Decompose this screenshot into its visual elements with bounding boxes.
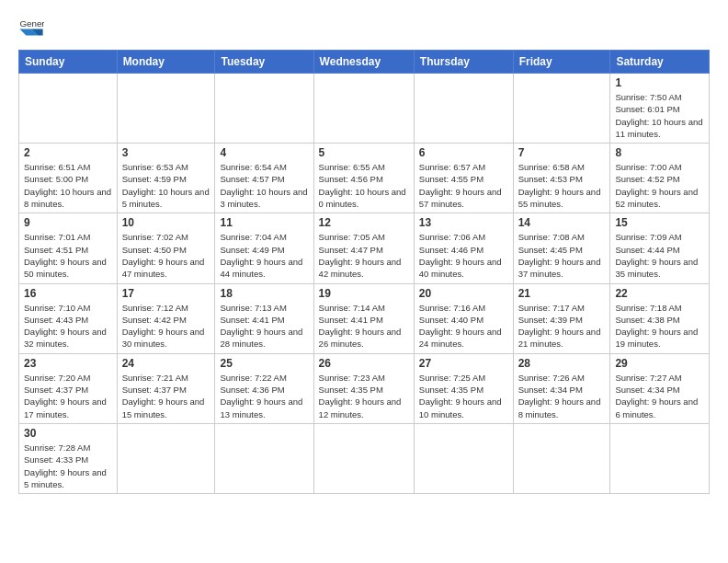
day-info: Sunrise: 6:57 AMSunset: 4:55 PMDaylight:…: [419, 161, 508, 210]
calendar-day-cell: [215, 423, 313, 493]
day-info: Sunrise: 7:21 AMSunset: 4:37 PMDaylight:…: [122, 372, 210, 420]
calendar-day-cell: 26Sunrise: 7:23 AMSunset: 4:35 PMDayligh…: [313, 353, 414, 423]
day-number: 29: [615, 357, 704, 370]
day-number: 3: [122, 146, 210, 159]
calendar-day-cell: 10Sunrise: 7:02 AMSunset: 4:50 PMDayligh…: [117, 213, 215, 283]
day-number: 23: [24, 357, 112, 370]
day-number: 21: [518, 287, 606, 300]
day-info: Sunrise: 7:28 AMSunset: 4:33 PMDaylight:…: [24, 442, 112, 490]
day-info: Sunrise: 7:18 AMSunset: 4:38 PMDaylight:…: [615, 302, 704, 350]
calendar-day-cell: 7Sunrise: 6:58 AMSunset: 4:53 PMDaylight…: [513, 144, 610, 213]
day-info: Sunrise: 7:05 AMSunset: 4:47 PMDaylight:…: [319, 231, 409, 280]
page: General SundayMondayTuesdayWednesdayThur…: [0, 0, 728, 563]
weekday-header: Wednesday: [313, 51, 414, 74]
calendar-day-cell: 5Sunrise: 6:55 AMSunset: 4:56 PMDaylight…: [313, 144, 414, 213]
calendar-day-cell: 16Sunrise: 7:10 AMSunset: 4:43 PMDayligh…: [19, 283, 118, 353]
day-info: Sunrise: 7:13 AMSunset: 4:41 PMDaylight:…: [220, 302, 308, 350]
svg-text:General: General: [19, 18, 44, 29]
day-info: Sunrise: 7:20 AMSunset: 4:37 PMDaylight:…: [24, 372, 112, 420]
weekday-header: Saturday: [610, 51, 710, 74]
logo: General: [18, 15, 48, 40]
day-info: Sunrise: 6:53 AMSunset: 4:59 PMDaylight:…: [122, 161, 210, 210]
day-number: 25: [220, 357, 308, 370]
calendar-day-cell: 12Sunrise: 7:05 AMSunset: 4:47 PMDayligh…: [313, 213, 414, 283]
calendar-day-cell: 4Sunrise: 6:54 AMSunset: 4:57 PMDaylight…: [215, 144, 313, 213]
weekday-header: Friday: [513, 51, 610, 74]
calendar-day-cell: 8Sunrise: 7:00 AMSunset: 4:52 PMDaylight…: [610, 144, 710, 213]
calendar-day-cell: 13Sunrise: 7:06 AMSunset: 4:46 PMDayligh…: [414, 213, 513, 283]
day-number: 5: [319, 146, 409, 159]
calendar-day-cell: 20Sunrise: 7:16 AMSunset: 4:40 PMDayligh…: [414, 283, 513, 353]
day-number: 30: [24, 427, 112, 440]
day-number: 12: [319, 216, 409, 229]
day-info: Sunrise: 7:09 AMSunset: 4:44 PMDaylight:…: [615, 231, 704, 280]
day-number: 26: [319, 357, 409, 370]
calendar-week-row: 30Sunrise: 7:28 AMSunset: 4:33 PMDayligh…: [19, 423, 710, 493]
day-number: 19: [319, 287, 409, 300]
day-number: 6: [419, 146, 508, 159]
calendar-day-cell: 1Sunrise: 7:50 AMSunset: 6:01 PMDaylight…: [610, 74, 710, 144]
calendar-day-cell: 27Sunrise: 7:25 AMSunset: 4:35 PMDayligh…: [414, 353, 513, 423]
day-info: Sunrise: 7:10 AMSunset: 4:43 PMDaylight:…: [24, 302, 112, 350]
day-number: 22: [615, 287, 704, 300]
calendar-day-cell: 6Sunrise: 6:57 AMSunset: 4:55 PMDaylight…: [414, 144, 513, 213]
calendar-day-cell: 3Sunrise: 6:53 AMSunset: 4:59 PMDaylight…: [117, 144, 215, 213]
calendar-day-cell: 15Sunrise: 7:09 AMSunset: 4:44 PMDayligh…: [610, 213, 710, 283]
calendar-day-cell: 28Sunrise: 7:26 AMSunset: 4:34 PMDayligh…: [513, 353, 610, 423]
calendar-day-cell: 9Sunrise: 7:01 AMSunset: 4:51 PMDaylight…: [19, 213, 118, 283]
day-number: 1: [615, 76, 704, 89]
calendar-day-cell: [117, 423, 215, 493]
calendar-day-cell: [313, 74, 414, 144]
day-info: Sunrise: 7:06 AMSunset: 4:46 PMDaylight:…: [419, 231, 508, 280]
day-info: Sunrise: 7:23 AMSunset: 4:35 PMDaylight:…: [319, 372, 409, 420]
day-number: 18: [220, 287, 308, 300]
day-info: Sunrise: 7:17 AMSunset: 4:39 PMDaylight:…: [518, 302, 606, 350]
calendar-day-cell: 25Sunrise: 7:22 AMSunset: 4:36 PMDayligh…: [215, 353, 313, 423]
calendar-day-cell: [215, 74, 313, 144]
day-number: 2: [24, 146, 112, 159]
day-info: Sunrise: 7:26 AMSunset: 4:34 PMDaylight:…: [518, 372, 606, 420]
day-info: Sunrise: 6:51 AMSunset: 5:00 PMDaylight:…: [24, 161, 112, 210]
calendar-day-cell: 23Sunrise: 7:20 AMSunset: 4:37 PMDayligh…: [19, 353, 118, 423]
calendar-day-cell: 14Sunrise: 7:08 AMSunset: 4:45 PMDayligh…: [513, 213, 610, 283]
day-number: 24: [122, 357, 210, 370]
calendar-table: SundayMondayTuesdayWednesdayThursdayFrid…: [18, 50, 710, 494]
calendar-day-cell: [513, 423, 610, 493]
day-info: Sunrise: 7:22 AMSunset: 4:36 PMDaylight:…: [220, 372, 308, 420]
calendar-day-cell: 21Sunrise: 7:17 AMSunset: 4:39 PMDayligh…: [513, 283, 610, 353]
calendar-day-cell: 22Sunrise: 7:18 AMSunset: 4:38 PMDayligh…: [610, 283, 710, 353]
calendar-day-cell: [19, 74, 118, 144]
calendar-day-cell: 2Sunrise: 6:51 AMSunset: 5:00 PMDaylight…: [19, 144, 118, 213]
day-info: Sunrise: 7:27 AMSunset: 4:34 PMDaylight:…: [615, 372, 704, 420]
calendar-header: SundayMondayTuesdayWednesdayThursdayFrid…: [19, 51, 710, 74]
day-info: Sunrise: 7:16 AMSunset: 4:40 PMDaylight:…: [419, 302, 508, 350]
generalblue-icon: General: [18, 15, 44, 40]
weekday-header: Tuesday: [215, 51, 313, 74]
day-info: Sunrise: 7:01 AMSunset: 4:51 PMDaylight:…: [24, 231, 112, 280]
calendar-day-cell: 11Sunrise: 7:04 AMSunset: 4:49 PMDayligh…: [215, 213, 313, 283]
weekday-header: Sunday: [19, 51, 118, 74]
day-info: Sunrise: 7:50 AMSunset: 6:01 PMDaylight:…: [615, 91, 704, 140]
calendar-day-cell: [610, 423, 710, 493]
calendar-week-row: 16Sunrise: 7:10 AMSunset: 4:43 PMDayligh…: [19, 283, 710, 353]
day-info: Sunrise: 6:55 AMSunset: 4:56 PMDaylight:…: [319, 161, 409, 210]
calendar-day-cell: 30Sunrise: 7:28 AMSunset: 4:33 PMDayligh…: [19, 423, 118, 493]
calendar-day-cell: [313, 423, 414, 493]
day-info: Sunrise: 7:02 AMSunset: 4:50 PMDaylight:…: [122, 231, 210, 280]
calendar-week-row: 9Sunrise: 7:01 AMSunset: 4:51 PMDaylight…: [19, 213, 710, 283]
day-info: Sunrise: 7:12 AMSunset: 4:42 PMDaylight:…: [122, 302, 210, 350]
day-info: Sunrise: 7:00 AMSunset: 4:52 PMDaylight:…: [615, 161, 704, 210]
day-number: 14: [518, 216, 606, 229]
day-number: 13: [419, 216, 508, 229]
day-number: 8: [615, 146, 704, 159]
calendar-week-row: 2Sunrise: 6:51 AMSunset: 5:00 PMDaylight…: [19, 144, 710, 213]
header: General: [18, 15, 710, 40]
calendar-day-cell: [414, 74, 513, 144]
weekday-row: SundayMondayTuesdayWednesdayThursdayFrid…: [19, 51, 710, 74]
day-number: 27: [419, 357, 508, 370]
day-info: Sunrise: 6:58 AMSunset: 4:53 PMDaylight:…: [518, 161, 606, 210]
day-number: 7: [518, 146, 606, 159]
calendar-day-cell: 18Sunrise: 7:13 AMSunset: 4:41 PMDayligh…: [215, 283, 313, 353]
weekday-header: Thursday: [414, 51, 513, 74]
calendar-day-cell: 19Sunrise: 7:14 AMSunset: 4:41 PMDayligh…: [313, 283, 414, 353]
